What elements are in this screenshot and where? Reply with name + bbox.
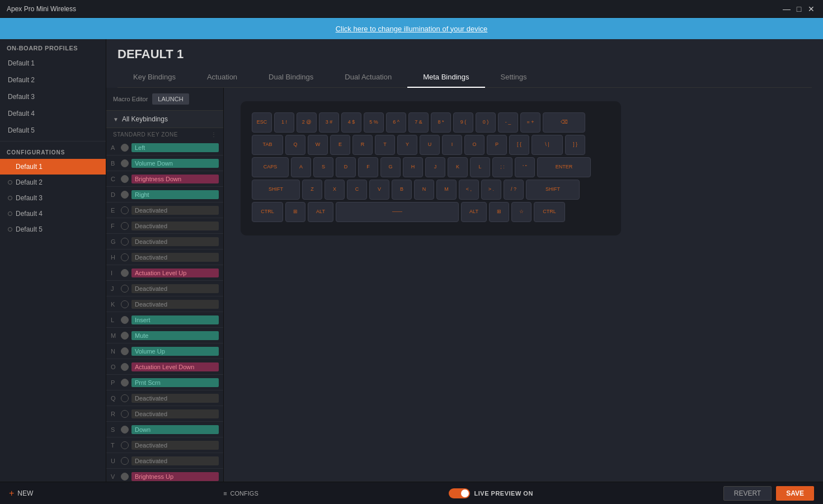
key-rwin[interactable]: ⊞ xyxy=(489,202,509,222)
key-b[interactable]: B xyxy=(392,180,412,200)
config-item-3[interactable]: Default 3 xyxy=(0,190,106,206)
key-0[interactable]: 0 ) xyxy=(476,112,496,133)
binding-row-c[interactable]: C Brightness Down xyxy=(106,171,223,187)
binding-row-o[interactable]: O Actuation Level Down xyxy=(106,359,223,375)
key-4[interactable]: 4 $ xyxy=(341,112,361,133)
binding-row-n[interactable]: N Volume Up xyxy=(106,343,223,359)
tab-dual-actuation[interactable]: Dual Actuation xyxy=(329,67,407,88)
key-c[interactable]: C xyxy=(347,180,367,200)
binding-row-l[interactable]: L Insert xyxy=(106,312,223,328)
key-rbracket[interactable]: ] } xyxy=(565,135,585,155)
binding-row-q[interactable]: Q Deactivated xyxy=(106,390,223,406)
save-button[interactable]: SAVE xyxy=(776,486,814,501)
key-2[interactable]: 2 @ xyxy=(297,112,317,133)
maximize-button[interactable]: □ xyxy=(794,4,804,14)
key-g[interactable]: G xyxy=(380,157,401,177)
key-tab[interactable]: TAB xyxy=(252,135,283,155)
binding-row-b[interactable]: B Volume Down xyxy=(106,156,223,171)
key-fn[interactable]: ☆ xyxy=(511,202,532,222)
key-lalt[interactable]: ALT xyxy=(308,202,333,222)
key-capslock[interactable]: CAPS xyxy=(252,157,289,177)
binding-row-j[interactable]: J Deactivated xyxy=(106,281,223,296)
binding-row-u[interactable]: U Deactivated xyxy=(106,453,223,469)
binding-row-s[interactable]: S Down xyxy=(106,422,223,437)
key-slash[interactable]: / ? xyxy=(504,180,524,200)
key-rshift[interactable]: SHIFT xyxy=(526,180,580,200)
launch-button[interactable]: LAUNCH xyxy=(152,93,189,105)
key-s[interactable]: S xyxy=(313,157,333,177)
key-t[interactable]: T xyxy=(375,135,395,155)
key-u[interactable]: U xyxy=(420,135,440,155)
config-item-2[interactable]: Default 2 xyxy=(0,175,106,190)
key-enter[interactable]: ENTER xyxy=(537,157,591,177)
key-comma[interactable]: < , xyxy=(459,180,479,200)
key-minus[interactable]: - _ xyxy=(498,112,518,133)
binding-row-f[interactable]: F Deactivated xyxy=(106,218,223,234)
key-lshift[interactable]: SHIFT xyxy=(252,180,300,200)
sidebar-item-default2[interactable]: Default 2 xyxy=(0,72,106,88)
key-rctrl[interactable]: CTRL xyxy=(534,202,565,222)
tab-meta-bindings[interactable]: Meta Bindings xyxy=(407,67,485,88)
key-i[interactable]: I xyxy=(442,135,462,155)
binding-row-i[interactable]: I Actuation Level Up xyxy=(106,265,223,281)
key-h[interactable]: H xyxy=(403,157,423,177)
key-lwin[interactable]: ⊞ xyxy=(285,202,305,222)
key-d[interactable]: D xyxy=(336,157,356,177)
key-equals[interactable]: = + xyxy=(520,112,540,133)
sidebar-item-default3[interactable]: Default 3 xyxy=(0,88,106,105)
tab-settings[interactable]: Settings xyxy=(485,67,543,88)
close-button[interactable]: ✕ xyxy=(806,4,816,14)
key-p[interactable]: P xyxy=(487,135,507,155)
new-button[interactable]: + NEW xyxy=(9,488,33,498)
key-esc[interactable]: ESC xyxy=(252,112,272,133)
key-lbracket[interactable]: [ { xyxy=(509,135,529,155)
binding-row-k[interactable]: K Deactivated xyxy=(106,296,223,312)
binding-row-d[interactable]: D Right xyxy=(106,187,223,202)
config-item-1[interactable]: Default 1 xyxy=(0,159,106,175)
binding-row-e[interactable]: E Deactivated xyxy=(106,202,223,218)
config-item-4[interactable]: Default 4 xyxy=(0,206,106,222)
key-e[interactable]: E xyxy=(330,135,350,155)
binding-row-t[interactable]: T Deactivated xyxy=(106,437,223,453)
key-9[interactable]: 9 ( xyxy=(453,112,473,133)
key-period[interactable]: > . xyxy=(481,180,501,200)
binding-row-g[interactable]: G Deactivated xyxy=(106,234,223,249)
key-6[interactable]: 6 ^ xyxy=(386,112,406,133)
key-ralt[interactable]: ALT xyxy=(461,202,487,222)
key-3[interactable]: 3 # xyxy=(319,112,339,133)
key-f[interactable]: F xyxy=(358,157,378,177)
binding-row-r[interactable]: R Deactivated xyxy=(106,406,223,422)
key-space[interactable]: —— xyxy=(336,202,459,222)
sidebar-item-default4[interactable]: Default 4 xyxy=(0,105,106,122)
binding-row-h[interactable]: H Deactivated xyxy=(106,249,223,265)
sidebar-item-default5[interactable]: Default 5 xyxy=(0,122,106,139)
live-preview-toggle[interactable] xyxy=(449,488,470,498)
sidebar-item-default1[interactable]: Default 1 xyxy=(0,55,106,72)
key-q[interactable]: Q xyxy=(285,135,305,155)
tab-key-bindings[interactable]: Key Bindings xyxy=(117,67,191,88)
tab-actuation[interactable]: Actuation xyxy=(191,67,253,88)
binding-row-p[interactable]: P Prnt Scrn xyxy=(106,375,223,390)
key-backslash[interactable]: \ | xyxy=(532,135,563,155)
key-n[interactable]: N xyxy=(414,180,434,200)
key-x[interactable]: X xyxy=(325,180,345,200)
key-y[interactable]: Y xyxy=(397,135,417,155)
key-o[interactable]: O xyxy=(464,135,485,155)
revert-button[interactable]: REVERT xyxy=(723,486,772,501)
tab-dual-bindings[interactable]: Dual Bindings xyxy=(253,67,329,88)
key-k[interactable]: K xyxy=(448,157,468,177)
key-j[interactable]: J xyxy=(425,157,445,177)
key-lctrl[interactable]: CTRL xyxy=(252,202,283,222)
key-backspace[interactable]: ⌫ xyxy=(543,112,585,133)
key-v[interactable]: V xyxy=(369,180,389,200)
key-m[interactable]: M xyxy=(436,180,457,200)
key-l[interactable]: L xyxy=(470,157,490,177)
key-a[interactable]: A xyxy=(291,157,311,177)
key-z[interactable]: Z xyxy=(302,180,322,200)
key-1[interactable]: 1 ! xyxy=(274,112,294,133)
key-r[interactable]: R xyxy=(352,135,373,155)
key-5[interactable]: 5 % xyxy=(364,112,384,133)
binding-row-m[interactable]: M Mute xyxy=(106,328,223,343)
key-7[interactable]: 7 & xyxy=(408,112,429,133)
key-8[interactable]: 8 * xyxy=(431,112,451,133)
